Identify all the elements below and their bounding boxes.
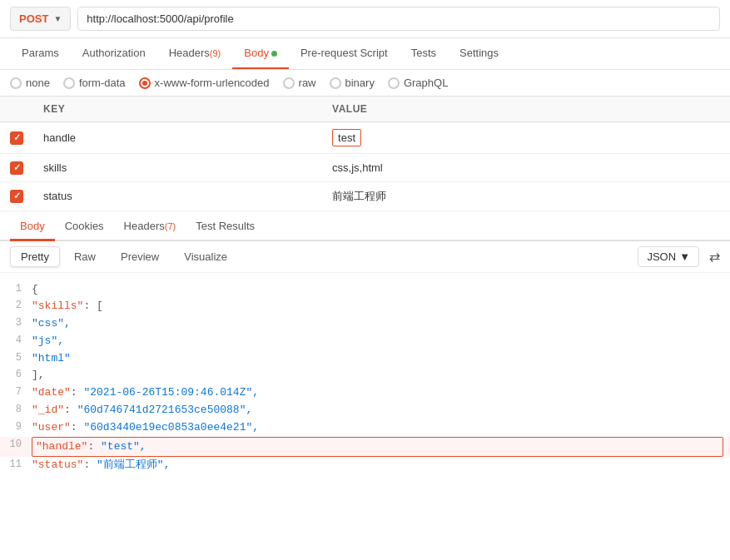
line-number: 8 — [7, 402, 32, 418]
col-key-header: KEY — [33, 97, 322, 122]
code-token: "js", — [32, 335, 64, 347]
tab-settings[interactable]: Settings — [448, 38, 510, 69]
code-token: "date" — [32, 386, 71, 399]
body-type-row: none form-data x-www-form-urlencoded raw… — [0, 70, 730, 97]
col-checkbox — [0, 97, 33, 122]
code-token: : [ — [83, 300, 102, 312]
line-content: "css", — [32, 315, 723, 333]
code-token: "user" — [32, 421, 71, 434]
col-value-header: VALUE — [322, 97, 730, 122]
row-checkbox[interactable] — [10, 161, 23, 175]
radio-urlencoded-label: x-www-form-urlencoded — [155, 77, 270, 89]
row-checkbox-cell — [0, 122, 33, 154]
code-token: : — [83, 458, 97, 471]
code-token: "css", — [32, 317, 71, 330]
line-content: "js", — [32, 333, 723, 350]
code-line: 10"handle": "test", — [0, 437, 730, 458]
tab-tests[interactable]: Tests — [400, 38, 448, 69]
code-token: ], — [32, 369, 45, 381]
format-pretty-button[interactable]: Pretty — [10, 246, 60, 267]
radio-form-data-label: form-data — [79, 77, 126, 89]
table-row: handle test — [0, 122, 730, 154]
code-token: "60d3440e19ec0853a0ee4e21", — [83, 421, 259, 434]
line-content: "user": "60d3440e19ec0853a0ee4e21", — [32, 419, 723, 437]
code-token: : — [71, 386, 84, 399]
top-tabs: Params Authorization Headers(9) Body Pre… — [0, 38, 730, 70]
format-raw-button[interactable]: Raw — [63, 246, 107, 267]
response-tab-body[interactable]: Body — [10, 213, 55, 241]
wrap-icon[interactable]: ⇄ — [709, 249, 720, 265]
line-number: 9 — [7, 419, 32, 435]
row-checkbox[interactable] — [10, 190, 23, 203]
tab-body-label: Body — [244, 47, 269, 59]
radio-form-data[interactable]: form-data — [63, 77, 126, 89]
row-value-text: 前端工程师 — [332, 190, 386, 202]
method-label: POST — [19, 12, 48, 25]
radio-graphql[interactable]: GraphQL — [388, 77, 448, 89]
json-type-select[interactable]: JSON ▼ — [638, 246, 699, 267]
response-tab-cookies[interactable]: Cookies — [55, 213, 114, 241]
code-line: 1{ — [0, 281, 730, 299]
code-line: 4"js", — [0, 333, 730, 350]
line-content: "html" — [32, 350, 723, 368]
tab-authorization[interactable]: Authorization — [71, 38, 157, 69]
line-number: 1 — [7, 281, 32, 297]
body-active-dot — [271, 51, 277, 57]
code-token: "2021-06-26T15:09:46.014Z", — [83, 386, 259, 399]
method-select[interactable]: POST ▼ — [10, 7, 71, 31]
table-row: skills css,js,html — [0, 154, 730, 182]
code-token: "status" — [32, 458, 83, 471]
code-token: "前端工程师", — [97, 458, 170, 471]
format-preview-button[interactable]: Preview — [110, 246, 170, 267]
response-code-block: 1{2"skills": [3"css",4"js",5"html"6 ],7"… — [0, 273, 730, 483]
code-line: 8"_id": "60d746741d2721653ce50088", — [0, 402, 730, 419]
code-token: : — [64, 404, 77, 416]
row-checkbox[interactable] — [10, 131, 23, 145]
row-checkbox-cell — [0, 181, 33, 211]
radio-none-label: none — [26, 77, 50, 89]
tab-body[interactable]: Body — [232, 38, 289, 69]
radio-urlencoded[interactable]: x-www-form-urlencoded — [139, 77, 270, 89]
code-line: 2"skills": [ — [0, 298, 730, 315]
line-content: "date": "2021-06-26T15:09:46.014Z", — [32, 384, 723, 402]
response-format-row: Pretty Raw Preview Visualize JSON ▼ ⇄ — [0, 241, 730, 273]
tab-headers[interactable]: Headers(9) — [157, 38, 233, 69]
row-checkbox-cell — [0, 154, 33, 182]
radio-none-circle — [10, 77, 22, 89]
radio-none[interactable]: none — [10, 77, 50, 89]
code-token: "test", — [101, 440, 146, 453]
tab-params[interactable]: Params — [10, 38, 71, 69]
radio-urlencoded-circle — [139, 77, 151, 89]
row-value: test — [322, 122, 730, 154]
radio-graphql-label: GraphQL — [404, 77, 448, 89]
format-visualize-button[interactable]: Visualize — [173, 246, 238, 267]
code-token: "_id" — [32, 404, 64, 416]
code-token: "60d746741d2721653ce50088", — [77, 404, 253, 416]
tab-headers-badge: (9) — [210, 48, 221, 58]
response-tabs: Body Cookies Headers(7) Test Results — [0, 213, 730, 241]
json-chevron-icon: ▼ — [679, 250, 690, 263]
line-content: "handle": "test", — [32, 437, 723, 458]
row-value: css,js,html — [322, 154, 730, 182]
line-number: 3 — [7, 315, 32, 331]
radio-raw-circle — [283, 77, 295, 89]
line-content: { — [32, 281, 723, 299]
line-content: "_id": "60d746741d2721653ce50088", — [32, 402, 723, 419]
line-number: 10 — [7, 437, 32, 453]
radio-raw-label: raw — [299, 77, 316, 89]
json-type-label: JSON — [647, 250, 676, 263]
response-tab-headers-badge: (7) — [165, 221, 176, 231]
url-input[interactable] — [77, 7, 720, 31]
code-token: : — [87, 440, 101, 453]
code-line: 9"user": "60d3440e19ec0853a0ee4e21", — [0, 419, 730, 437]
response-tab-testresults[interactable]: Test Results — [186, 213, 265, 241]
row-key: skills — [33, 154, 322, 182]
response-tab-headers[interactable]: Headers(7) — [114, 213, 186, 241]
tab-prerequest[interactable]: Pre-request Script — [289, 38, 400, 69]
radio-raw[interactable]: raw — [283, 77, 316, 89]
radio-binary[interactable]: binary — [330, 77, 375, 89]
code-line: 6 ], — [0, 367, 730, 384]
radio-binary-label: binary — [345, 77, 375, 89]
line-content: "skills": [ — [32, 298, 723, 315]
code-token: : — [71, 421, 84, 434]
